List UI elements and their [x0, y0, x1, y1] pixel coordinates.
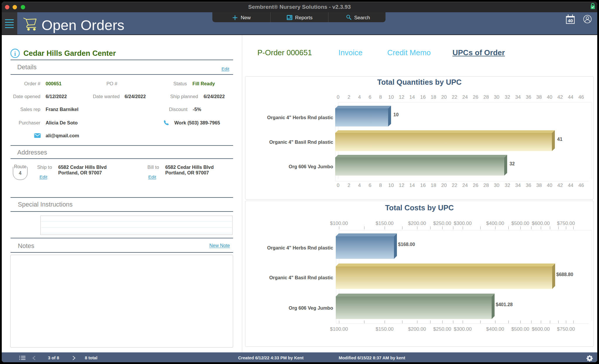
svg-text:i: i	[14, 50, 16, 57]
svg-text:40: 40	[568, 18, 573, 23]
